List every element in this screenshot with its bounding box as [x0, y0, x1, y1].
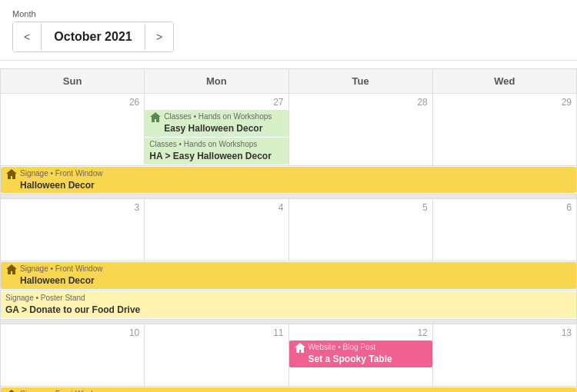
day-number-13: 13 — [433, 324, 576, 340]
day-number-11: 11 — [145, 324, 288, 340]
event-halloween-decor-1[interactable]: Signage • Front Window Halloween Decor — [1, 167, 576, 194]
day-number-12: 12 — [289, 324, 432, 340]
day-header-mon: Mon — [145, 69, 288, 94]
event-title-spooky: Set a Spooky Table — [309, 353, 392, 366]
event-easy-halloween-2[interactable]: Classes • Hands on Workshops HA > Easy H… — [145, 138, 288, 164]
calendar-table: Sun Mon Tue Wed 26 27 — [0, 68, 577, 392]
day-cell-5: 5 — [288, 199, 432, 261]
event-label-fd1: Signage • Poster Stand — [5, 293, 572, 304]
spanning-cell-2a: Signage • Front Window Halloween Decor — [1, 261, 577, 291]
event-easy-halloween-1[interactable]: Classes • Hands on Workshops Easy Hallow… — [145, 110, 288, 137]
week-row-1: 26 27 Classes • Han — [1, 94, 577, 166]
day-header-row: Sun Mon Tue Wed — [1, 69, 577, 94]
day-cell-6: 6 — [432, 199, 576, 261]
day-cell-26: 26 — [1, 94, 145, 166]
day-cell-28: 28 — [288, 94, 432, 166]
event-halloween-decor-3[interactable]: Signage • Front Window Halloween Decor — [1, 387, 576, 392]
prev-month-button[interactable]: < — [13, 22, 41, 51]
event-label-hw3: Signage • Front Window — [20, 389, 102, 392]
spanning-row-food-drive-1: Signage • Poster Stand GA > Donate to ou… — [1, 291, 577, 320]
event-label-hw2: Signage • Front Window — [20, 264, 102, 274]
home-icon-pink — [294, 342, 306, 354]
day-number-3: 3 — [1, 199, 144, 214]
calendar-wrapper: Sun Mon Tue Wed 26 27 — [0, 61, 577, 392]
month-title: October 2021 — [41, 24, 145, 50]
month-nav: < October 2021 > — [12, 22, 174, 52]
home-icon-1 — [5, 168, 18, 181]
event-spooky-table[interactable]: Website • Blog Post Set a Spooky Table — [289, 341, 432, 367]
day-cell-4: 4 — [145, 199, 288, 261]
event-halloween-decor-2[interactable]: Signage • Front Window Halloween Decor — [1, 262, 576, 289]
day-number-10: 10 — [1, 324, 144, 340]
day-cell-29: 29 — [432, 94, 576, 166]
day-number-27: 27 — [145, 94, 288, 109]
day-number-6: 6 — [433, 199, 576, 214]
next-month-button[interactable]: > — [145, 22, 173, 51]
event-label-spooky: Website • Blog Post — [309, 342, 392, 353]
calendar-header: Month < October 2021 > — [0, 0, 577, 61]
day-cell-13: 13 — [432, 324, 576, 386]
day-cell-12: 12 Website • Blog Post Set a Spooky Tabl… — [288, 324, 432, 386]
week-row-3: 10 11 12 — [1, 324, 577, 386]
spanning-row-halloween-2: Signage • Front Window Halloween Decor — [1, 261, 577, 291]
spanning-cell-2b: Signage • Poster Stand GA > Donate to ou… — [1, 291, 577, 320]
event-food-drive-1[interactable]: Signage • Poster Stand GA > Donate to ou… — [1, 291, 576, 318]
day-cell-10: 10 — [1, 324, 145, 386]
day-number-4: 4 — [145, 199, 288, 214]
event-label-hw1: Signage • Front Window — [20, 168, 102, 179]
week-row-2: 3 4 5 6 — [1, 199, 577, 261]
home-icon-3 — [5, 389, 18, 392]
event-title-fd1: GA > Donate to our Food Drive — [5, 304, 572, 317]
event-title: Easy Halloween Decor — [164, 122, 272, 135]
home-icon — [149, 111, 162, 124]
day-number-5: 5 — [289, 199, 432, 214]
spanning-row-halloween-1: Signage • Front Window Halloween Decor — [1, 165, 577, 194]
spanning-cell-1: Signage • Front Window Halloween Decor — [1, 165, 577, 194]
spanning-row-halloween-3: Signage • Front Window Halloween Decor — [1, 386, 577, 392]
day-header-sun: Sun — [1, 69, 145, 94]
day-number-29: 29 — [433, 94, 576, 109]
event-title-2: HA > Easy Halloween Decor — [149, 150, 283, 163]
event-title-hw2: Halloween Decor — [20, 274, 102, 287]
event-title-hw1: Halloween Decor — [20, 179, 102, 192]
day-cell-3: 3 — [1, 199, 145, 261]
spanning-cell-3a: Signage • Front Window Halloween Decor — [1, 386, 577, 392]
day-header-wed: Wed — [432, 69, 576, 94]
day-number-28: 28 — [289, 94, 432, 109]
event-label: Classes • Hands on Workshops — [164, 111, 272, 122]
home-icon-2 — [5, 264, 18, 276]
day-cell-11: 11 — [145, 324, 288, 386]
month-label: Month — [12, 9, 565, 18]
day-header-tue: Tue — [288, 69, 432, 94]
day-cell-27: 27 Classes • Hands on Workshops Easy Hal… — [145, 94, 288, 166]
day-number-26: 26 — [1, 94, 144, 109]
event-label-2: Classes • Hands on Workshops — [149, 139, 283, 150]
